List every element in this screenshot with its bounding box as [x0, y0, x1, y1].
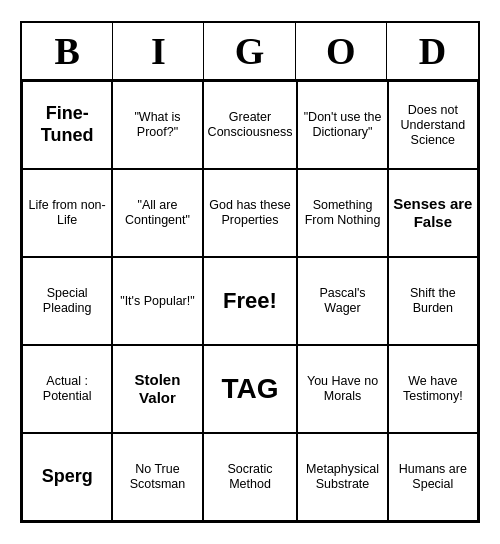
header-i: I — [113, 23, 204, 79]
bingo-cell-16: Stolen Valor — [112, 345, 202, 433]
bingo-cell-5: Life from non-Life — [22, 169, 112, 257]
bingo-cell-23: Metaphysical Substrate — [297, 433, 387, 521]
bingo-cell-12: Free! — [203, 257, 298, 345]
bingo-card: B I G O D Fine-Tuned"What is Proof?"Grea… — [20, 21, 480, 523]
bingo-cell-14: Shift the Burden — [388, 257, 478, 345]
bingo-cell-10: Special Pleading — [22, 257, 112, 345]
bingo-cell-22: Socratic Method — [203, 433, 298, 521]
bingo-grid: Fine-Tuned"What is Proof?"Greater Consci… — [22, 81, 478, 521]
bingo-cell-6: "All are Contingent" — [112, 169, 202, 257]
bingo-cell-18: You Have no Morals — [297, 345, 387, 433]
bingo-cell-11: "It's Popular!" — [112, 257, 202, 345]
bingo-cell-7: God has these Properties — [203, 169, 298, 257]
bingo-cell-15: Actual : Potential — [22, 345, 112, 433]
header-b: B — [22, 23, 113, 79]
bingo-cell-19: We have Testimony! — [388, 345, 478, 433]
header-d: D — [387, 23, 478, 79]
header-g: G — [204, 23, 295, 79]
bingo-header: B I G O D — [22, 23, 478, 81]
bingo-cell-1: "What is Proof?" — [112, 81, 202, 169]
bingo-cell-24: Humans are Special — [388, 433, 478, 521]
header-o: O — [296, 23, 387, 79]
bingo-cell-3: "Don't use the Dictionary" — [297, 81, 387, 169]
bingo-cell-4: Does not Understand Science — [388, 81, 478, 169]
bingo-cell-20: Sperg — [22, 433, 112, 521]
bingo-cell-8: Something From Nothing — [297, 169, 387, 257]
bingo-cell-13: Pascal's Wager — [297, 257, 387, 345]
bingo-cell-9: Senses are False — [388, 169, 478, 257]
bingo-cell-17: TAG — [203, 345, 298, 433]
bingo-cell-2: Greater Consciousness — [203, 81, 298, 169]
bingo-cell-0: Fine-Tuned — [22, 81, 112, 169]
bingo-cell-21: No True Scotsman — [112, 433, 202, 521]
